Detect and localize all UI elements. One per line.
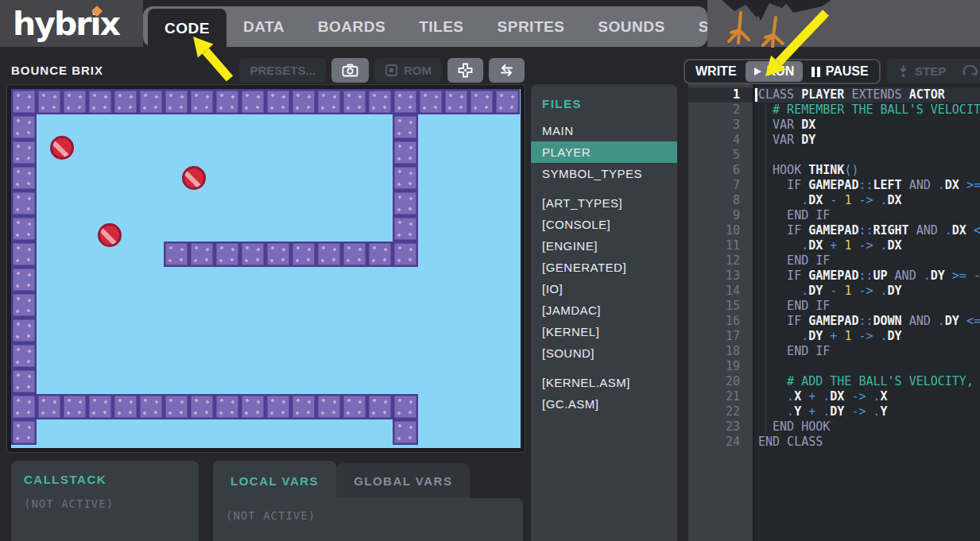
file-item-jamdac[interactable]: [JAMDAC]	[531, 299, 677, 321]
file-item-kernel.asm[interactable]: [KERNEL.ASM]	[531, 372, 677, 393]
vars-tabs: LOCAL VARSGLOBAL VARS	[213, 461, 470, 500]
code-line[interactable]: END IF	[754, 299, 980, 314]
tab-global-vars[interactable]: GLOBAL VARS	[336, 463, 470, 498]
tab-code[interactable]: CODE	[148, 9, 227, 52]
brick-tile	[240, 89, 265, 114]
brick-tile	[37, 89, 62, 114]
main-nav: CODEDATABOARDSTILESSPRITESSOUNDSSONGS	[143, 6, 707, 47]
run-button[interactable]: RUN	[746, 61, 804, 82]
brick-tile	[11, 191, 37, 216]
tab-local-vars[interactable]: LOCAL VARS	[213, 461, 336, 500]
line-number: 18	[688, 344, 753, 359]
brick-tile	[418, 89, 444, 114]
brick-tile	[342, 89, 367, 114]
code-line[interactable]: # ADD THE BALL'S VELOCITY, MOVE	[754, 374, 980, 389]
brick-tile	[11, 419, 37, 445]
file-item-gc.asm[interactable]: [GC.ASM]	[531, 393, 677, 415]
brick-tile	[189, 89, 215, 114]
code-line[interactable]: END IF	[754, 208, 980, 223]
file-item-kernel[interactable]: [KERNEL]	[531, 321, 677, 342]
code-line[interactable]: .DX - 1 -> .DX	[754, 193, 980, 208]
brick-tile	[367, 394, 393, 419]
brick-tile	[11, 369, 37, 394]
file-item-sound[interactable]: [SOUND]	[531, 342, 677, 364]
tab-boards[interactable]: BOARDS	[301, 6, 402, 47]
brick-tile	[393, 216, 418, 242]
file-item-io[interactable]: [IO]	[531, 278, 677, 299]
ball-sprite	[98, 223, 122, 247]
code-editor[interactable]: 123456789101112131415161718192021222324 …	[688, 84, 980, 541]
code-line[interactable]: .DY + 1 -> .DY	[754, 329, 980, 344]
file-item-main[interactable]: MAIN	[531, 120, 677, 141]
tab-sprites[interactable]: SPRITES	[481, 6, 582, 47]
brick-tile	[138, 394, 164, 419]
brick-tile	[113, 89, 138, 114]
code-line[interactable]: HOOK THINK()	[754, 163, 980, 178]
code-line[interactable]: # REMEMBER THE BALL'S VELOCITY	[754, 102, 980, 118]
code-line[interactable]: END IF	[754, 253, 980, 269]
code-line[interactable]: IF GAMEPAD::DOWN AND .DY <= 2	[754, 314, 980, 329]
presets-button[interactable]: PRESETS...	[239, 58, 326, 83]
file-item-engine[interactable]: [ENGINE]	[531, 235, 677, 257]
screenshot-button[interactable]	[331, 58, 369, 83]
brick-tile	[444, 89, 469, 114]
code-line[interactable]	[754, 359, 980, 374]
code-line[interactable]: END HOOK	[754, 419, 980, 435]
code-line[interactable]: .X + .DX -> .X	[754, 389, 980, 404]
brick-tile	[87, 89, 113, 114]
brick-tile	[113, 394, 138, 419]
line-number: 23	[688, 419, 753, 435]
file-item-console[interactable]: [CONSOLE]	[531, 214, 677, 235]
code-line[interactable]: CLASS PLAYER EXTENDS ACTOR	[754, 87, 980, 102]
file-item-art_types[interactable]: [ART_TYPES]	[531, 192, 677, 214]
code-line[interactable]: VAR DX	[754, 118, 980, 133]
code-line[interactable]: .Y + .DY -> .Y	[754, 404, 980, 419]
brick-tile	[393, 140, 418, 165]
files-header: FILES	[531, 97, 677, 120]
brick-tile	[316, 242, 342, 267]
file-item-player[interactable]: PLAYER	[531, 141, 677, 163]
line-number: 3	[688, 118, 753, 133]
rom-button[interactable]: ROM	[374, 58, 442, 83]
file-item-symbol_types[interactable]: SYMBOL_TYPES	[531, 163, 677, 184]
brick-tile	[11, 89, 37, 114]
code-line[interactable]: VAR DY	[754, 133, 980, 148]
file-item-generated[interactable]: [GENERATED]	[531, 257, 677, 278]
code-line[interactable]: IF GAMEPAD::LEFT AND .DX >= -2	[754, 178, 980, 193]
code-line[interactable]: .DY - 1 -> .DY	[754, 284, 980, 299]
code-line[interactable]: IF GAMEPAD::RIGHT AND .DX <= 2	[754, 223, 980, 238]
code-line[interactable]: .DX + 1 -> .DX	[754, 238, 980, 253]
play-icon	[754, 68, 761, 75]
editor-code-area[interactable]: CLASS PLAYER EXTENDS ACTOR # REMEMBER TH…	[753, 84, 980, 541]
brick-tile	[62, 394, 87, 419]
brick-tile	[189, 394, 215, 419]
gamepad-button[interactable]	[447, 58, 483, 83]
brick-tile	[291, 242, 316, 267]
pause-button[interactable]: PAUSE	[803, 61, 877, 82]
brick-tile	[393, 191, 418, 216]
brick-tile	[215, 89, 240, 114]
code-line[interactable]	[754, 148, 980, 163]
line-number: 5	[688, 148, 753, 163]
file-list: MAINPLAYERSYMBOL_TYPES[ART_TYPES][CONSOL…	[531, 120, 677, 415]
game-screen[interactable]	[11, 89, 521, 448]
tab-sounds[interactable]: SOUNDS	[581, 6, 681, 47]
line-number: 7	[688, 178, 753, 193]
brick-tile	[11, 165, 37, 191]
tab-data[interactable]: DATA	[227, 6, 301, 47]
brick-tile	[11, 394, 37, 419]
game-frame	[6, 84, 525, 453]
code-line[interactable]: END CLASS	[754, 435, 980, 450]
swap-button[interactable]	[489, 58, 525, 83]
brick-tile	[367, 242, 393, 267]
line-number: 22	[688, 404, 753, 419]
code-line[interactable]: IF GAMEPAD::UP AND .DY >= -2	[754, 269, 980, 284]
step-over-button[interactable]: OVER	[947, 59, 980, 83]
brick-tile	[393, 114, 418, 140]
brick-tile	[11, 292, 37, 318]
brick-tile	[265, 394, 291, 419]
code-line[interactable]: END IF	[754, 344, 980, 359]
tab-tiles[interactable]: TILES	[402, 6, 480, 47]
write-button[interactable]: WRITE	[687, 61, 746, 82]
vars-panel: (NOT ACTIVE)	[213, 498, 523, 541]
